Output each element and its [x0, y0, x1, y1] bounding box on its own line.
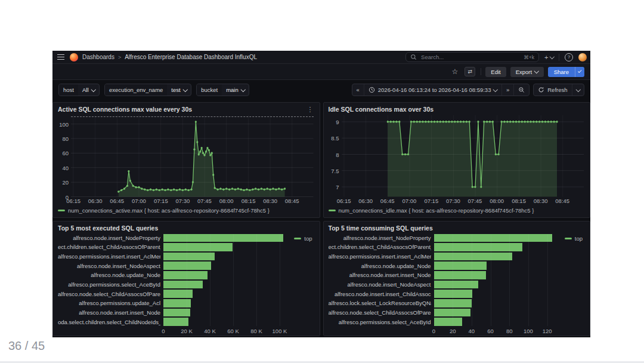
x-tick-label: 06:45	[380, 198, 395, 204]
bar[interactable]	[163, 243, 233, 251]
bar-row-label: ect.children.select_ChildAssocsOfParent_…	[58, 244, 160, 250]
chevron-down-icon	[91, 87, 95, 92]
new-button[interactable]: +	[543, 53, 555, 62]
bar[interactable]	[163, 281, 203, 289]
variable-bucket[interactable]: bucket main	[196, 84, 249, 96]
x-tick-label: 60 K	[227, 328, 239, 334]
x-tick-label: 08:45	[285, 198, 299, 204]
bar[interactable]	[434, 243, 523, 251]
divider	[481, 68, 481, 75]
chevron-down-icon	[549, 54, 554, 59]
bar-row: alfresco.permissions.update_Acl	[58, 299, 315, 307]
search-shortcut: ⌘+k	[524, 54, 534, 60]
search-box[interactable]: ⌘+k	[405, 52, 539, 62]
zoom-out-button[interactable]	[513, 84, 529, 96]
bar[interactable]	[163, 262, 211, 270]
time-back-button[interactable]: «	[352, 84, 364, 96]
search-input[interactable]	[420, 53, 521, 61]
bar[interactable]	[434, 262, 487, 270]
time-forward-button[interactable]: »	[501, 84, 513, 96]
bar[interactable]	[434, 318, 463, 326]
breadcrumb-dashboards[interactable]: Dashboards	[82, 54, 114, 60]
bar-track	[163, 262, 315, 270]
panel-menu-button[interactable]: ⋮	[306, 106, 315, 113]
legend[interactable]: top	[565, 235, 583, 242]
x-tick-label: 08:30	[534, 198, 548, 204]
bar-row: alfresco.node.insert_NodeProperty	[58, 234, 315, 242]
panels-view-button[interactable]: ⇄	[463, 66, 476, 78]
bar-rows: alfresco.node.insert_NodeProperty ect.ch…	[58, 234, 315, 327]
bar[interactable]	[163, 309, 190, 317]
bar-row-label: alfresco.permissions.select_AceById	[58, 281, 160, 288]
x-tick-label: 40 K	[204, 328, 216, 334]
bar[interactable]	[434, 234, 552, 242]
time-range-button[interactable]: 2026-04-16 06:13:24 to 2026-04-16 08:59:…	[364, 84, 501, 96]
refresh-button[interactable]: Refresh	[534, 84, 571, 96]
y-tick-label: 60	[62, 150, 69, 156]
chart-canvas[interactable]	[342, 115, 584, 197]
bar-track	[163, 318, 315, 326]
bar[interactable]	[434, 281, 478, 289]
breadcrumb-separator-icon: >	[118, 54, 121, 60]
grafana-logo	[70, 53, 78, 61]
x-tick-label: 120	[543, 328, 552, 334]
variable-host[interactable]: host All	[58, 84, 100, 96]
bar-row-label: alfresco.node.insert.insert_Node	[58, 309, 160, 316]
bar[interactable]	[163, 299, 191, 307]
refresh-interval-button[interactable]	[572, 84, 584, 96]
panels-icon: ⇄	[465, 67, 475, 76]
panel-title: Top 5 most executed SQL queries	[58, 224, 158, 232]
bar[interactable]	[434, 271, 486, 279]
chart-canvas[interactable]	[71, 115, 314, 197]
edit-button[interactable]: Edit	[485, 67, 506, 77]
bar-row: alfresco.permissions.insert.insert_AclMe…	[58, 253, 315, 261]
bar[interactable]	[163, 253, 215, 261]
x-tick-label: 08:45	[555, 198, 569, 204]
export-button[interactable]: Export	[510, 67, 544, 77]
divider	[559, 54, 559, 61]
bar[interactable]	[434, 290, 473, 298]
legend[interactable]: num_connections_idle.max { host: acs-alf…	[324, 205, 590, 217]
panel-idle-sql-connections: Idle SQL connections max over 30s 98.587…	[323, 102, 591, 218]
star-button[interactable]: ☆	[451, 67, 460, 76]
slide-page-indicator: 36 / 45	[8, 339, 45, 353]
y-tick-label: 8.5	[331, 135, 339, 141]
plus-icon: +	[544, 54, 548, 61]
help-button[interactable]: ?	[564, 52, 574, 63]
bar-row-label: alfresco.permissions.update_Acl	[58, 300, 160, 306]
bar-track	[163, 234, 315, 242]
bar[interactable]	[434, 299, 472, 307]
legend-swatch	[294, 238, 301, 239]
bar[interactable]	[163, 234, 283, 242]
panel-header: Top 5 most executed SQL queries	[53, 222, 320, 233]
share-menu-button[interactable]	[575, 67, 584, 77]
chevron-down-icon	[493, 87, 498, 92]
y-tick-label: 100	[59, 121, 69, 127]
bar[interactable]	[434, 253, 513, 261]
bar-row-label: alfresco.node.select_ChildAssocsOfParent	[329, 309, 431, 316]
bar-track	[434, 262, 586, 270]
bar[interactable]	[163, 318, 188, 326]
threshold-line	[71, 116, 314, 117]
refresh-group: Refresh	[533, 84, 584, 96]
time-range-text: 2026-04-16 06:13:24 to 2026-04-16 08:59:…	[378, 87, 491, 93]
bar-row-label: alfresco.permissions.select_AceById	[329, 319, 431, 325]
user-avatar[interactable]	[578, 53, 587, 61]
variable-execution-env-name[interactable]: execution_env_name test	[104, 84, 191, 96]
clock-icon	[369, 87, 375, 93]
bar[interactable]	[434, 309, 471, 317]
legend[interactable]: num_connections_active.max { host: acs-a…	[53, 205, 320, 217]
legend[interactable]: top	[294, 235, 312, 242]
bar-row: alfresco.node.insert.insert_Node	[329, 271, 586, 279]
bar-track	[163, 309, 315, 317]
chart-body: 98.587.57	[324, 114, 590, 197]
bar[interactable]	[163, 290, 193, 298]
menu-toggle-button[interactable]	[56, 56, 66, 59]
chart-body: 100806040200	[53, 114, 320, 197]
bar-row: oda.select.children.select_ChildNodeIds_…	[58, 318, 315, 326]
share-button[interactable]: Share	[548, 67, 575, 77]
x-tick-label: 100	[524, 328, 533, 334]
x-tick-label: 06:15	[337, 198, 351, 204]
time-range-group: « 2026-04-16 06:13:24 to 2026-04-16 08:5…	[352, 84, 530, 96]
bar[interactable]	[163, 271, 208, 279]
